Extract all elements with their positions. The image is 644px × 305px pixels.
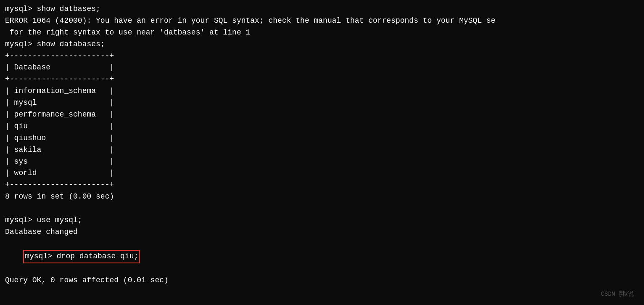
terminal-line-13: | sakila | xyxy=(5,144,639,156)
terminal-line-21-highlighted: mysql> drop database qiu; xyxy=(5,238,639,275)
terminal-line-17: 8 rows in set (0.00 sec) xyxy=(5,191,639,203)
terminal-line-20: Database changed xyxy=(5,226,639,238)
terminal-line-12: | qiushuo | xyxy=(5,133,639,144)
terminal-line-19: mysql> use mysql; xyxy=(5,215,639,226)
terminal-line-23 xyxy=(5,286,639,298)
terminal-line-6: | Database | xyxy=(5,62,639,74)
terminal-line-18 xyxy=(5,203,639,215)
terminal-prompt-line[interactable]: mysql> xyxy=(5,298,639,305)
terminal-line-15: | world | xyxy=(5,167,639,179)
terminal-line-2: ERROR 1064 (42000): You have an error in… xyxy=(5,15,639,27)
terminal-line-3: for the right syntax to use near 'datbas… xyxy=(5,27,639,39)
terminal-window: mysql> show datbases; ERROR 1064 (42000)… xyxy=(5,3,639,302)
terminal-line-7: +----------------------+ xyxy=(5,74,639,85)
terminal-line-22: Query OK, 0 rows affected (0.01 sec) xyxy=(5,275,639,286)
terminal-line-11: | qiu | xyxy=(5,121,639,133)
terminal-line-8: | information_schema | xyxy=(5,85,639,97)
watermark: CSDN @秋说 xyxy=(601,290,634,299)
terminal-line-1: mysql> show datbases; xyxy=(5,3,639,15)
terminal-line-4: mysql> show databases; xyxy=(5,39,639,50)
terminal-line-16: +----------------------+ xyxy=(5,179,639,191)
terminal-line-10: | performance_schema | xyxy=(5,109,639,121)
terminal-line-14: | sys | xyxy=(5,156,639,168)
highlighted-command: mysql> drop database qiu; xyxy=(23,250,140,263)
terminal-line-9: | mysql | xyxy=(5,97,639,109)
terminal-line-5: +----------------------+ xyxy=(5,50,639,62)
